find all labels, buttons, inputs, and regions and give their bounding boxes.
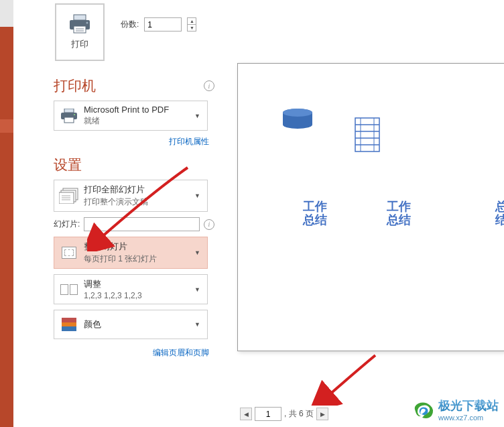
settings-section-title: 设置 [54,156,82,174]
svg-rect-9 [64,117,74,123]
copies-input[interactable] [144,17,182,32]
spinner-up-icon[interactable]: ▲ [188,18,196,25]
info-icon[interactable]: i [204,219,214,230]
collate-dropdown[interactable]: 调整 1,2,3 1,2,3 1,2,3 ▼ [54,274,208,304]
copies-label: 份数: [121,19,139,30]
annotation-arrow-icon [308,352,382,406]
svg-point-2 [86,22,88,24]
print-button-label: 打印 [71,38,88,50]
print-settings-panel: 打印 份数: ▲ ▼ 打印机 i Microsoft Print to P [13,0,221,427]
collate-title: 调整 [84,278,192,290]
print-range-title: 打印全部幻灯片 [84,184,192,196]
printer-name: Microsoft Print to PDF [84,105,192,115]
watermark-name: 极光下载站 [438,398,499,414]
next-page-button[interactable]: ▶ [316,408,328,420]
slide-text: 总 [488,200,504,214]
cylinder-shape-icon [281,108,314,132]
printer-icon [68,14,92,34]
printer-dropdown[interactable]: Microsoft Print to PDF 就绪 ▼ [54,101,208,131]
collate-sub: 1,2,3 1,2,3 1,2,3 [84,291,192,300]
svg-point-8 [74,114,75,115]
slide-text: 结 [488,214,504,227]
copies-row: 份数: ▲ ▼ [121,17,196,32]
svg-rect-20 [355,118,379,151]
header-footer-link-row: 编辑页眉和页脚 [54,346,209,359]
pager: ◀ , 共 6 页 ▶ [240,407,328,421]
shelf-shape-icon [354,117,381,156]
slide-preview: 工作 总结 工作 总结 总 结 [237,63,504,351]
printer-status: 就绪 [84,115,192,127]
copies-spinner[interactable]: ▲ ▼ [187,17,196,32]
svg-rect-3 [74,26,86,33]
prev-page-button[interactable]: ◀ [240,408,252,420]
spinner-down-icon[interactable]: ▼ [188,25,196,31]
printer-section: 打印机 i Microsoft Print to PDF 就绪 ▼ 打印机属性 [54,67,214,147]
left-rail [0,0,13,427]
watermark-url: www.xz7.com [438,414,499,422]
settings-section: 设置 打印全部幻灯片 打印整个演示文稿 ▼ 幻灯片: [54,146,214,359]
header-footer-link[interactable]: 编辑页眉和页脚 [153,348,209,357]
chevron-down-icon: ▼ [192,249,203,256]
svg-point-19 [283,109,312,117]
print-range-sub: 打印整个演示文稿 [84,196,192,208]
slides-input[interactable] [84,217,200,231]
slides-all-icon [58,185,80,206]
left-rail-top [0,0,13,27]
layout-sub: 每页打印 1 张幻灯片 [84,253,192,265]
slide-text: 工作 [302,200,328,214]
collate-icon [58,279,80,300]
slide-text: 工作 [385,200,412,214]
printer-section-title: 打印机 [54,76,96,95]
watermark-logo-icon [412,400,436,420]
watermark: 极光下载站 www.xz7.com [412,398,499,422]
slides-label: 幻灯片: [54,219,80,230]
layout-dropdown[interactable]: 整页幻灯片 每页打印 1 张幻灯片 ▼ [54,237,208,269]
svg-rect-0 [74,15,86,20]
printer-small-icon [58,105,80,127]
page-total: , 共 6 页 [284,408,314,420]
color-icon [58,314,80,335]
print-button[interactable]: 打印 [55,3,105,61]
chevron-down-icon: ▼ [192,286,203,293]
chevron-down-icon: ▼ [192,321,203,328]
svg-rect-6 [64,109,74,113]
slide-text: 总结 [302,214,328,227]
color-dropdown[interactable]: 颜色 ▼ [54,310,208,339]
chevron-down-icon: ▼ [192,192,203,199]
full-page-icon [58,242,80,263]
layout-title: 整页幻灯片 [84,241,192,253]
slides-row: 幻灯片: i [54,217,214,231]
printer-properties-link[interactable]: 打印机属性 [169,137,209,146]
chevron-down-icon: ▼ [192,113,203,119]
slide-text: 总结 [385,214,412,227]
page-input[interactable] [255,407,281,421]
color-title: 颜色 [84,318,192,330]
svg-point-18 [283,121,312,129]
info-icon[interactable]: i [204,80,214,91]
print-range-dropdown[interactable]: 打印全部幻灯片 打印整个演示文稿 ▼ [54,180,208,212]
left-rail-mark [0,119,13,133]
